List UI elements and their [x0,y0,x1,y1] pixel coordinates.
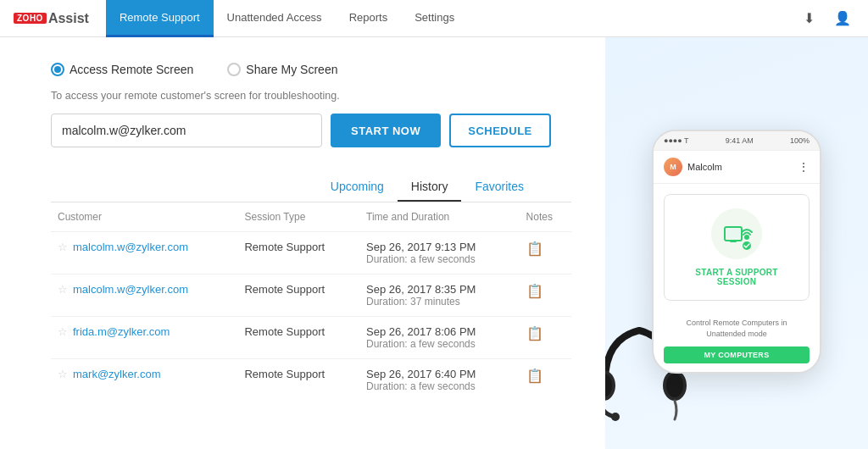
radio-group: Access Remote Screen Share My Screen [51,63,571,76]
main-content: Access Remote Screen Share My Screen To … [0,37,868,449]
svg-rect-7 [730,241,737,242]
radio-access-remote[interactable]: Access Remote Screen [51,63,193,76]
time-cell-1: Sep 26, 2017 8:35 PM Duration: 37 minute… [359,274,520,317]
phone-control-text: Control Remote Computers in Unattended m… [664,318,810,339]
notes-icon-3[interactable]: 📋 [526,369,543,383]
customer-link-3[interactable]: mark@zylker.com [73,368,161,380]
nav-tab-unattended[interactable]: Unattended Access [214,0,336,37]
radio-access-circle [51,63,64,76]
phone-signal: ●●●● T [664,136,689,145]
star-icon-3[interactable]: ☆ [58,368,68,380]
svg-rect-6 [726,229,740,238]
radio-share-screen[interactable]: Share My Screen [227,63,337,76]
session-type-cell-0: Remote Support [237,232,359,274]
phone-bottom-section: Control Remote Computers in Unattended m… [654,311,820,372]
table-row: ☆ frida.m@zylker.com Remote Support Sep … [51,317,571,359]
customer-cell-3: ☆ mark@zylker.com [51,359,237,402]
radio-access-label: Access Remote Screen [70,63,193,76]
notes-cell-3: 📋 [520,359,571,402]
customer-link-1[interactable]: malcolm.w@zylker.com [73,283,188,296]
phone-session-icon [711,208,762,259]
customer-cell-2: ☆ frida.m@zylker.com [51,317,237,359]
notes-icon-2[interactable]: 📋 [526,326,543,341]
svg-point-4 [611,413,620,421]
time-cell-3: Sep 26, 2017 6:40 PM Duration: a few sec… [359,359,520,402]
email-input[interactable] [51,114,322,147]
topnav: ZOHO Assist Remote Support Unattended Ac… [0,0,868,37]
customer-cell-1: ☆ malcolm.w@zylker.com [51,274,237,317]
form-subtitle: To access your remote customer's screen … [51,90,571,102]
col-time: Time and Duration [359,202,520,232]
input-row: START NOW SCHEDULE [51,114,571,147]
notes-cell-2: 📋 [520,317,571,359]
nav-tabs: Remote Support Unattended Access Reports… [106,0,797,37]
col-session-type: Session Type [237,202,359,232]
phone-header: M Malcolm ⋮ [654,151,820,184]
left-panel: Access Remote Screen Share My Screen To … [0,37,605,449]
nav-tab-reports[interactable]: Reports [336,0,402,37]
session-tabs: Upcoming History Favorites [51,173,571,202]
radio-share-circle [227,63,241,76]
star-icon-1[interactable]: ☆ [58,283,68,296]
phone-time: 9:41 AM [726,136,754,145]
svg-point-3 [666,374,683,397]
star-icon-0[interactable]: ☆ [58,241,68,253]
table-row: ☆ malcolm.w@zylker.com Remote Support Se… [51,232,571,274]
schedule-button[interactable]: SCHEDULE [449,114,551,147]
radio-share-label: Share My Screen [246,63,337,76]
session-table: Customer Session Type Time and Duration … [51,202,571,401]
session-type-cell-1: Remote Support [237,274,359,317]
assist-logo: Assist [48,11,89,26]
time-cell-2: Sep 26, 2017 8:06 PM Duration: a few sec… [359,317,520,359]
notes-icon-1[interactable]: 📋 [526,284,543,298]
table-row: ☆ mark@zylker.com Remote Support Sep 26,… [51,359,571,402]
tab-history[interactable]: History [398,173,462,202]
phone-mockup: ●●●● T 9:41 AM 100% M Malcolm ⋮ [652,130,821,374]
customer-link-0[interactable]: malcolm.w@zylker.com [73,241,188,253]
nav-icons: ⬇ 👤 [797,7,854,30]
phone-my-computers-button[interactable]: MY COMPUTERS [664,346,810,363]
col-notes: Notes [520,202,571,232]
customer-link-2[interactable]: frida.m@zylker.com [73,325,170,338]
phone-user-row: M Malcolm [664,158,722,176]
zoho-logo: ZOHO [14,13,47,24]
time-cell-0: Sep 26, 2017 9:13 PM Duration: a few sec… [359,232,520,274]
tab-favorites[interactable]: Favorites [461,173,537,202]
download-icon[interactable]: ⬇ [797,7,821,30]
svg-point-8 [744,235,749,240]
user-icon[interactable]: 👤 [831,7,854,30]
logo-area: ZOHO Assist [14,11,89,26]
col-customer: Customer [51,202,237,232]
nav-tab-settings[interactable]: Settings [401,0,468,37]
customer-cell-0: ☆ malcolm.w@zylker.com [51,232,237,274]
notes-cell-0: 📋 [520,232,571,274]
phone-username: Malcolm [687,162,722,172]
table-row: ☆ malcolm.w@zylker.com Remote Support Se… [51,274,571,317]
phone-start-session-label[interactable]: START A SUPPORT SESSION [678,268,795,286]
session-type-cell-3: Remote Support [237,359,359,402]
phone-battery: 100% [790,136,810,145]
phone-menu-dots[interactable]: ⋮ [798,160,810,174]
phone-status-bar: ●●●● T 9:41 AM 100% [654,131,820,151]
nav-tab-remote-support[interactable]: Remote Support [106,0,214,37]
notes-cell-1: 📋 [520,274,571,317]
phone-avatar: M [664,158,682,176]
phone-main-card: START A SUPPORT SESSION [664,194,810,301]
notes-icon-0[interactable]: 📋 [526,241,543,256]
session-type-cell-2: Remote Support [237,317,359,359]
star-icon-2[interactable]: ☆ [58,325,68,338]
right-panel: ●●●● T 9:41 AM 100% M Malcolm ⋮ [605,37,868,449]
tab-upcoming[interactable]: Upcoming [317,173,398,202]
start-now-button[interactable]: START NOW [331,114,441,147]
